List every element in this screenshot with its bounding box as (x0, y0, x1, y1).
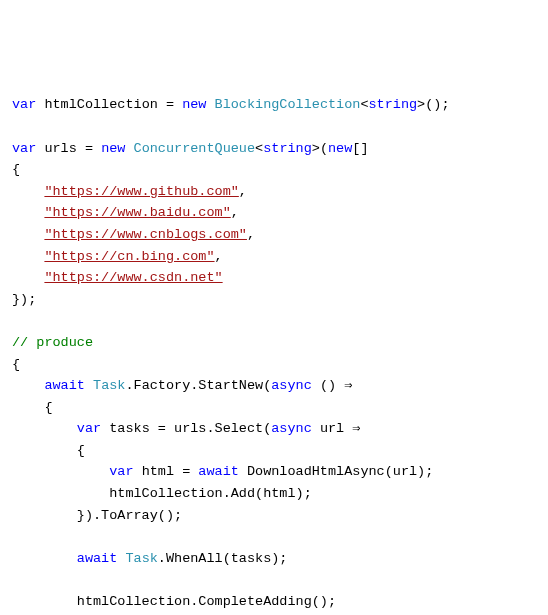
line: var urls = new ConcurrentQueue<string>(n… (12, 141, 369, 156)
line: "https://www.github.com", (12, 184, 247, 199)
code-text: () ⇒ (312, 378, 353, 393)
line: await Task.Factory.StartNew(async () ⇒ (12, 378, 352, 393)
code-text (125, 141, 133, 156)
code-text: >( (312, 141, 328, 156)
keyword-new: new (101, 141, 125, 156)
keyword-new: new (328, 141, 352, 156)
keyword-string: string (369, 97, 418, 112)
comment: // produce (12, 335, 93, 350)
code-text: html = (134, 464, 199, 479)
comma: , (247, 227, 255, 242)
indent (12, 227, 44, 242)
keyword-var: var (12, 141, 36, 156)
indent (12, 551, 77, 566)
keyword-var: var (109, 464, 133, 479)
code-text: .Factory.StartNew( (125, 378, 271, 393)
code-text: >(); (417, 97, 449, 112)
keyword-var: var (12, 97, 36, 112)
string-literal: "https://cn.bing.com" (44, 249, 214, 264)
brace: { (12, 400, 53, 415)
code-text: < (255, 141, 263, 156)
type-name: Task (125, 551, 157, 566)
code-text: htmlCollection = (36, 97, 182, 112)
code-text: [] (352, 141, 368, 156)
keyword-var: var (77, 421, 101, 436)
brace: }); (12, 292, 36, 307)
line: "https://www.cnblogs.com", (12, 227, 255, 242)
line: "https://www.baidu.com", (12, 205, 239, 220)
keyword-new: new (182, 97, 206, 112)
string-literal: "https://www.csdn.net" (44, 270, 222, 285)
string-literal: "https://www.github.com" (44, 184, 238, 199)
type-name: ConcurrentQueue (134, 141, 256, 156)
string-literal: "https://www.baidu.com" (44, 205, 230, 220)
indent (12, 184, 44, 199)
line: var html = await DownloadHtmlAsync(url); (12, 464, 433, 479)
line: var tasks = urls.Select(async url ⇒ (12, 421, 360, 436)
keyword-string: string (263, 141, 312, 156)
line: var htmlCollection = new BlockingCollect… (12, 97, 450, 112)
indent (12, 249, 44, 264)
brace: { (12, 443, 85, 458)
indent (12, 205, 44, 220)
comma: , (239, 184, 247, 199)
code-text: < (360, 97, 368, 112)
type-name: Task (93, 378, 125, 393)
brace: }).ToArray(); (12, 508, 182, 523)
indent (12, 378, 44, 393)
keyword-await: await (77, 551, 118, 566)
indent (12, 464, 109, 479)
line: htmlCollection.Add(html); (12, 486, 312, 501)
type-name: BlockingCollection (215, 97, 361, 112)
code-text: urls = (36, 141, 101, 156)
indent (12, 421, 77, 436)
code-text (85, 378, 93, 393)
brace: { (12, 162, 20, 177)
comma: , (231, 205, 239, 220)
line: await Task.WhenAll(tasks); (12, 551, 287, 566)
line: htmlCollection.CompleteAdding(); (12, 594, 336, 609)
code-text: .WhenAll(tasks); (158, 551, 288, 566)
code-text: tasks = urls.Select( (101, 421, 271, 436)
line: "https://cn.bing.com", (12, 249, 223, 264)
code-block: var htmlCollection = new BlockingCollect… (12, 94, 536, 615)
string-literal: "https://www.cnblogs.com" (44, 227, 247, 242)
comma: , (215, 249, 223, 264)
keyword-await: await (198, 464, 239, 479)
keyword-await: await (44, 378, 85, 393)
code-text (206, 97, 214, 112)
brace: { (12, 357, 20, 372)
line: "https://www.csdn.net" (12, 270, 223, 285)
code-text: url ⇒ (312, 421, 361, 436)
keyword-async: async (271, 378, 312, 393)
code-text: DownloadHtmlAsync(url); (239, 464, 433, 479)
indent (12, 270, 44, 285)
keyword-async: async (271, 421, 312, 436)
